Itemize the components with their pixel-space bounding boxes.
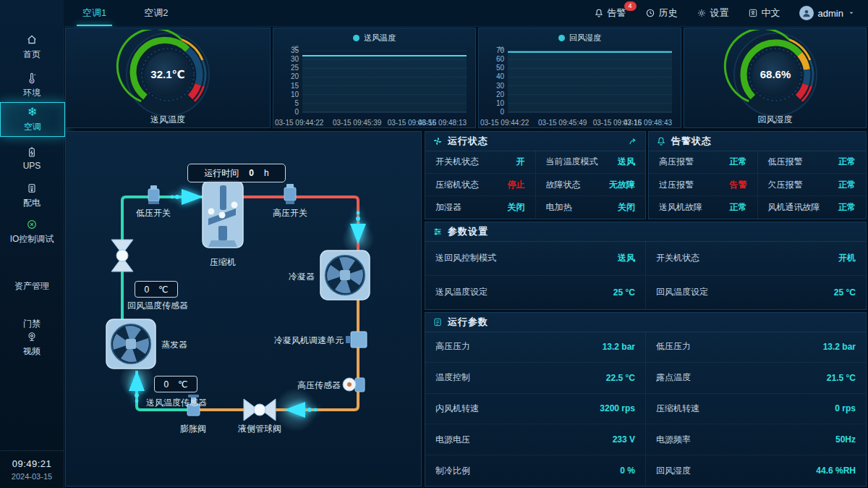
alarm-button[interactable]: 告警4 — [594, 7, 626, 20]
supply-air-temp-sensor-box: 0 ℃ — [154, 376, 197, 392]
refrigeration-cycle-diagram: 运行时间 0 h 低压开关 高压开关 压缩机 冷凝器 蒸发器 冷凝风机调速单元 … — [65, 131, 422, 487]
settings-button[interactable]: 设置 — [697, 7, 729, 20]
svg-text:50: 50 — [496, 64, 505, 72]
sliders-icon — [433, 227, 443, 237]
sidebar-item-power-distribution[interactable]: 配电 — [0, 179, 64, 212]
status-cell: 故障状态 无故障 — [535, 174, 646, 196]
status-value: 送风 — [618, 252, 635, 264]
avatar — [799, 6, 814, 20]
status-value: 233 V — [613, 434, 635, 445]
gauge-label: 送风温度 — [150, 114, 185, 126]
supply-temp-value: 0 — [164, 379, 169, 390]
status-value: 0 rps — [835, 403, 856, 413]
alarm-count-badge: 4 — [624, 1, 637, 11]
status-value: 停止 — [508, 179, 525, 191]
svg-text:5: 5 — [294, 99, 299, 107]
status-value: 关闭 — [618, 201, 635, 214]
status-label: 欠压报警 — [768, 179, 803, 191]
panel-body: 送回风控制模式 送风 开关机状态 开机 送风温度设定 25 °C 回风温度设定 … — [425, 241, 866, 309]
thermometer-icon — [26, 72, 38, 85]
username: admin — [818, 8, 843, 19]
user-menu[interactable]: admin — [799, 6, 855, 20]
clock-date: 2024-03-15 — [0, 472, 64, 481]
legend-dot — [353, 35, 359, 41]
return-humidity-gauge-panel: 68.6%回风湿度 — [684, 28, 867, 128]
status-cell: 内风机转速 3200 rps — [425, 394, 645, 424]
sidebar: 首页环境❄空调UPS配电IO控制调试资产管理门禁视频 09:49:21 2024… — [0, 0, 64, 488]
translate-icon — [748, 8, 758, 18]
chart-legend: 回风湿度 — [479, 28, 681, 45]
status-label: 电源频率 — [656, 434, 691, 446]
status-value: 0 % — [620, 466, 635, 476]
evaporator-label: 蒸发器 — [161, 339, 212, 351]
panel-row: 加湿器 关闭 电加热 关闭 — [425, 195, 645, 219]
sidebar-item-label: 环境 — [23, 87, 41, 99]
status-cell: 风机通讯故障 正常 — [757, 196, 867, 219]
status-value: 3200 rps — [600, 403, 635, 413]
svg-text:30: 30 — [496, 82, 505, 90]
high-pressure-switch — [284, 184, 296, 204]
svg-text:03-15 09:45:39: 03-15 09:45:39 — [333, 119, 382, 127]
power-icon — [26, 182, 38, 195]
bell-icon — [656, 136, 666, 146]
io-icon — [26, 218, 38, 231]
status-cell: 露点温度 21.5 °C — [645, 363, 866, 393]
svg-text:03-15 09:48:13: 03-15 09:48:13 — [418, 119, 467, 127]
status-value: 50Hz — [835, 434, 856, 445]
gauge-canvas: 32.1℃ — [116, 30, 220, 118]
status-cell: 高压压力 13.2 bar — [425, 332, 645, 362]
sidebar-item-video[interactable]: 视频 — [0, 327, 64, 361]
status-label: 压缩机状态 — [435, 179, 479, 191]
panel-row: 内风机转速 3200 rps 压缩机转速 0 rps — [425, 393, 866, 424]
panel-title: 运行状态 — [448, 135, 488, 148]
sidebar-item-ups[interactable]: UPS — [0, 143, 64, 174]
status-cell: 电加热 关闭 — [535, 196, 646, 219]
panel-body: 开关机状态 开 当前温度模式 送风 压缩机状态 停止 故障状态 无故障 加湿器 … — [425, 151, 645, 219]
fan-icon — [433, 136, 443, 146]
svg-text:60: 60 — [496, 56, 505, 64]
tab-unit-1[interactable]: 空调1 — [64, 0, 125, 26]
supply-temp-gauge-panel: 32.1℃送风温度 — [65, 28, 271, 128]
sidebar-item-home[interactable]: 首页 — [0, 30, 64, 64]
sidebar-item-io-debug[interactable]: IO控制调试 — [0, 215, 64, 248]
sidebar-item-environment[interactable]: 环境 — [0, 69, 64, 102]
share-icon[interactable] — [628, 136, 638, 146]
status-value: 正常 — [838, 201, 856, 214]
svg-text:℃: ℃ — [292, 45, 299, 52]
status-label: 温度控制 — [435, 371, 470, 384]
status-cell: 送风温度设定 25 °C — [425, 276, 645, 310]
clock-icon — [645, 8, 655, 18]
action-label: 告警 — [608, 7, 626, 20]
status-cell: 送风机故障 正常 — [649, 196, 757, 219]
panel-row: 送风温度设定 25 °C 回风温度设定 25 °C — [425, 275, 866, 310]
status-cell: 高压报警 正常 — [649, 151, 757, 173]
history-button[interactable]: 历史 — [645, 7, 678, 20]
status-cell: 回风温度设定 25 °C — [645, 276, 866, 310]
sidebar-item-hvac[interactable]: ❄空调 — [0, 102, 65, 137]
return-humidity-chart-panel: 回风湿度010203040506070%03-15 09:44:2203-15 … — [478, 28, 681, 128]
status-cell: 压缩机转速 0 rps — [645, 394, 866, 424]
unit-tabs: 空调1空调2 — [64, 0, 187, 26]
language-button[interactable]: 中文 — [748, 7, 780, 20]
panel-header: 告警状态 — [649, 132, 866, 151]
svg-text:03-15 09:44:22: 03-15 09:44:22 — [275, 119, 324, 127]
snowflake-icon: ❄ — [27, 106, 37, 119]
svg-text:0: 0 — [294, 108, 299, 116]
high-pressure-sensor — [343, 378, 365, 392]
sidebar-item-asset-management[interactable]: 资产管理 — [0, 262, 64, 295]
panel-body: 高压压力 13.2 bar 低压压力 13.2 bar 温度控制 22.5 °C… — [425, 332, 866, 486]
panel-title: 告警状态 — [671, 135, 712, 148]
evaporator — [106, 319, 156, 369]
tab-unit-2[interactable]: 空调2 — [125, 0, 187, 26]
sidebar-item-label: 资产管理 — [14, 280, 49, 293]
alarm-status-panel: 告警状态 高压报警 正常 低压报警 正常 过压报警 告警 欠压报警 正常 送风机… — [648, 131, 867, 219]
supply-temp-chart-panel: 送风温度05101520253035℃03-15 09:44:2203-15 0… — [273, 28, 476, 128]
doc-icon — [433, 317, 443, 327]
gauge-canvas: 68.6% — [723, 30, 827, 118]
status-cell: 欠压报警 正常 — [757, 174, 867, 196]
panel-row: 制冷比例 0 % 回风湿度 44.6 %RH — [425, 455, 866, 486]
status-cell: 当前温度模式 送风 — [535, 151, 646, 173]
status-value: 开 — [516, 156, 525, 168]
svg-text:40: 40 — [496, 73, 505, 81]
runtime-box: 运行时间 0 h — [187, 164, 286, 182]
